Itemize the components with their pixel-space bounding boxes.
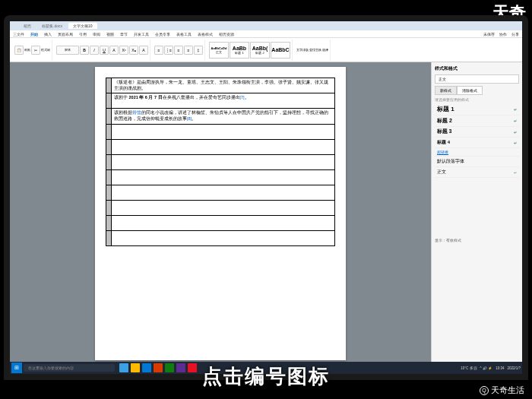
- document-canvas[interactable]: 《叛逆者》是由周游执导，朱一龙、童瑶、王志文、王阳、朱珠领衔主演，李强、张子贤、…: [10, 62, 431, 365]
- cell-r8c2[interactable]: [112, 185, 335, 200]
- cell-r9c1[interactable]: [106, 200, 112, 215]
- cell-r4c2[interactable]: [112, 124, 335, 139]
- menu-layout[interactable]: 页面布局: [58, 32, 73, 36]
- menu-insert[interactable]: 插入: [44, 32, 52, 36]
- cell-r11c1[interactable]: [106, 230, 112, 245]
- style-item-h1[interactable]: 标题 1↵: [435, 103, 519, 116]
- strike-button[interactable]: A: [109, 46, 119, 55]
- style-normal[interactable]: AaBbCcDd正文: [209, 42, 229, 59]
- cell-r5c2[interactable]: [112, 139, 335, 154]
- bullets-button[interactable]: ≡: [154, 46, 163, 55]
- style-h1[interactable]: AaBb标题 1: [230, 42, 249, 59]
- menu-share[interactable]: 分享: [511, 32, 519, 36]
- style-h3[interactable]: AaBbC: [271, 42, 290, 59]
- menu-ref[interactable]: 引用: [79, 32, 87, 36]
- font-select[interactable]: 宋体: [56, 46, 79, 55]
- menu-chapter[interactable]: 章节: [120, 32, 128, 36]
- cell-r2c1[interactable]: [106, 93, 112, 109]
- main-area: 《叛逆者》是由周游执导，朱一龙、童瑶、王志文、王阳、朱珠领衔主演，李强、张子贤、…: [10, 62, 522, 365]
- style-item-body[interactable]: 正文↵: [435, 167, 519, 178]
- cell-r1c2[interactable]: 《叛逆者》是由周游执导，朱一龙、童瑶、王志文、王阳、朱珠领衔主演，李强、张子贤、…: [112, 78, 335, 93]
- sub-button[interactable]: X₂: [129, 46, 138, 55]
- style-item-h3[interactable]: 标题 3↵: [435, 127, 519, 138]
- cell-r9c2[interactable]: [112, 200, 335, 215]
- show-filter[interactable]: 显示：有效样式: [435, 239, 519, 242]
- style-list: 标题 1↵ 标题 2↵ 标题 3↵ 标题 4↵ 超链接 默认段落字体 正文↵: [435, 103, 519, 178]
- cell-r6c1[interactable]: [106, 154, 112, 169]
- bold-button[interactable]: B: [80, 46, 89, 55]
- menu-start[interactable]: 开始: [30, 32, 38, 36]
- underline-button[interactable]: U: [100, 46, 109, 55]
- check-icon: ↵: [514, 119, 517, 123]
- paste-label: 粘贴: [24, 48, 30, 52]
- style-gallery: AaBbCcDd正文 AaBb标题 1 AaBb(标题 2 AaBbC: [207, 40, 293, 61]
- current-style[interactable]: 正文: [435, 74, 519, 84]
- menu-view[interactable]: 视图: [106, 32, 114, 36]
- clear-format-button[interactable]: 清除格式: [457, 86, 483, 95]
- ribbon: 📋 粘贴 ✂ 格式刷 宋体 B I U A X² X₂ A ≡ ⋮≡ ≡ ≡ ‡…: [10, 38, 522, 62]
- menu-vip[interactable]: 会员专享: [155, 32, 170, 36]
- video-caption: 点击编号图标: [0, 363, 532, 390]
- cell-r7c1[interactable]: [106, 169, 112, 185]
- font-color-button[interactable]: A: [139, 46, 148, 55]
- text-layout-label[interactable]: 文字排版: [296, 48, 309, 52]
- cut-button[interactable]: ✂: [31, 46, 40, 55]
- menu-dev[interactable]: 开发工具: [134, 32, 149, 36]
- menu-review[interactable]: 审阅: [93, 32, 100, 36]
- menu-bar: 三文件 开始 插入 页面布局 引用 审阅 视图 章节 开发工具 会员专享 表格工…: [10, 30, 522, 38]
- menu-unsaved[interactable]: 未保存: [483, 32, 495, 36]
- align-left-button[interactable]: ≡: [174, 46, 183, 55]
- tab-doc-3[interactable]: 文字文稿10: [68, 23, 97, 29]
- panel-hint: 请选择要应用的样式: [435, 98, 519, 102]
- brush-label: 格式刷: [41, 48, 50, 52]
- cell-r10c2[interactable]: [112, 215, 335, 230]
- paste-button[interactable]: 📋: [14, 46, 24, 55]
- content-table[interactable]: 《叛逆者》是由周游执导，朱一龙、童瑶、王志文、王阳、朱珠领衔主演，李强、张子贤、…: [106, 78, 335, 246]
- menu-tabletool[interactable]: 表格工具: [176, 32, 192, 36]
- screen: 稻壳 标题集.docx 文字文稿10 三文件 开始 插入 页面布局 引用 审阅 …: [10, 21, 522, 374]
- find-replace-button[interactable]: 查找替换: [309, 48, 321, 52]
- cell-r5c1[interactable]: [106, 139, 112, 154]
- cell-r1c1[interactable]: [106, 78, 112, 93]
- monitor-frame: 稻壳 标题集.docx 文字文稿10 三文件 开始 插入 页面布局 引用 审阅 …: [4, 15, 528, 380]
- menu-collab[interactable]: 协作: [499, 32, 507, 36]
- cell-r3c1[interactable]: [106, 109, 112, 124]
- watermark-icon: Q: [480, 386, 489, 395]
- tab-doc-1[interactable]: 稻壳: [19, 23, 36, 29]
- cell-r6c2[interactable]: [112, 154, 335, 169]
- page: 《叛逆者》是由周游执导，朱一龙、童瑶、王志文、王阳、朱珠领衔主演，李强、张子贤、…: [95, 67, 346, 360]
- tab-doc-2[interactable]: 标题集.docx: [37, 23, 67, 29]
- select-button[interactable]: 选择: [322, 48, 328, 52]
- cell-r7c2[interactable]: [112, 169, 335, 185]
- style-item-h2[interactable]: 标题 2↵: [435, 116, 519, 127]
- styles-panel: 样式和格式 正文 新样式 清除格式 请选择要应用的样式 标题 1↵ 标题 2↵ …: [431, 62, 522, 365]
- menu-file[interactable]: 三文件: [13, 32, 24, 36]
- style-h2[interactable]: AaBb(标题 2: [250, 42, 270, 59]
- align-center-button[interactable]: ≡: [184, 46, 193, 55]
- style-item-link[interactable]: 超链接: [435, 148, 519, 157]
- menu-resource[interactable]: 稻壳资源: [219, 32, 234, 36]
- style-item-default[interactable]: 默认段落字体: [435, 157, 519, 167]
- check-icon: ↵: [514, 141, 517, 145]
- numbering-button[interactable]: ⋮≡: [164, 46, 173, 55]
- cell-r10c1[interactable]: [106, 215, 112, 230]
- italic-button[interactable]: I: [90, 46, 99, 55]
- cell-r8c1[interactable]: [106, 185, 112, 200]
- doc-tabs: 稻壳 标题集.docx 文字文稿10: [10, 21, 522, 30]
- cell-r2c2[interactable]: 该剧于 2021 年 6 月 7 日在央视八套播出，并在爱奇艺同步播出[7]。: [112, 93, 335, 109]
- style-item-h4[interactable]: 标题 4↵: [435, 138, 519, 148]
- cell-r11c2[interactable]: [112, 230, 335, 245]
- cell-r4c1[interactable]: [106, 124, 112, 139]
- menu-tablestyle[interactable]: 表格样式: [198, 32, 213, 36]
- cell-r3c2[interactable]: 该剧根据骨笛的同名小说改编，讲述了林楠笙、朱怡贞等人在中国共产党的指引下，坚持理…: [112, 109, 335, 124]
- super-button[interactable]: X²: [119, 46, 128, 55]
- line-spacing-button[interactable]: ‡: [194, 46, 203, 55]
- watermark: Q 天奇生活: [480, 385, 524, 396]
- check-icon: ↵: [514, 130, 517, 135]
- check-icon: ↵: [514, 170, 517, 175]
- check-icon: ↵: [514, 107, 517, 112]
- new-style-button[interactable]: 新样式: [435, 86, 457, 95]
- panel-title: 样式和格式: [435, 65, 519, 72]
